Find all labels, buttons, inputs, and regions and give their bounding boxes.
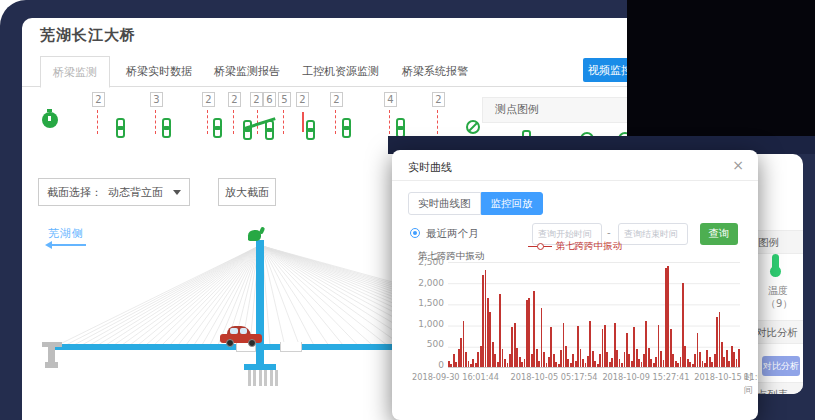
realtime-curve-modal: 实时曲线 × 实时曲线图 监控回放 最近两个月 - 查询 第七跨跨中振动 第七跨… [392,150,758,420]
dashed-marker [97,110,98,134]
link-sensor-icon[interactable] [396,118,405,135]
temperature-label: 温度 [768,284,788,298]
link-sensor-icon[interactable] [265,120,274,137]
chevron-down-icon [173,190,181,195]
tab-system-alarm[interactable]: 桥梁系统报警 [402,56,468,87]
tab-monitor-playback[interactable]: 监控回放 [481,192,543,215]
section-select-label: 截面选择： [39,185,108,200]
temperature-count: （9） [766,297,792,311]
legend-series-label: 第七跨跨中振动 [556,240,623,253]
legend-marker-icon [528,246,552,247]
disabled-sensor-icon[interactable] [466,120,480,134]
tab-realtime-curve[interactable]: 实时曲线图 [408,192,481,215]
link-sensor-icon[interactable] [162,118,171,135]
link-sensor-icon[interactable] [243,120,252,137]
left-abutment [42,342,62,368]
chart-plot-area[interactable] [448,262,740,368]
legend-panel-header: 测点图例 [482,97,630,123]
car-graphic [220,326,262,348]
modal-header: 实时曲线 × [392,150,758,181]
link-sensor-icon[interactable] [116,118,125,135]
section-select[interactable]: 截面选择： 动态背立面 [38,178,190,206]
tower-piles [248,370,278,386]
zoom-section-button[interactable]: 放大截面 [218,178,276,206]
x-axis-ticks: 2018-09-30 16:01:44 2018-10-05 05:17:54 … [412,372,752,384]
x-axis-title: 时间 [744,371,758,397]
app-stage: 芜湖长江大桥 桥梁监测 桥梁实时数据 桥梁监测报告 工控机资源监测 桥梁系统报警… [0,0,815,420]
close-icon[interactable]: × [732,158,744,172]
compare-analysis-button[interactable]: 对比分析 [762,356,800,376]
sensor-count-badge: 2 [432,92,445,107]
tab-realtime-data[interactable]: 桥梁实时数据 [126,56,192,87]
chart-bar [738,349,740,367]
page-title: 芜湖长江大桥 [40,26,136,45]
sensor-count-badge: 4 [384,92,397,107]
thermometer-icon[interactable] [772,254,779,270]
modal-title: 实时曲线 [408,160,452,175]
radio-last-two-months[interactable] [410,228,420,238]
main-tabbar: 桥梁监测 桥梁实时数据 桥梁监测报告 工控机资源监测 桥梁系统报警 视频监控 [22,56,630,87]
sensor-count-badge: 2 [228,92,241,107]
link-sensor-icon[interactable] [213,118,222,135]
dashed-marker [389,110,390,134]
sensor-count-badge: 6 [263,92,276,107]
stopwatch-icon[interactable] [42,112,58,128]
solid-marker [302,112,304,132]
dashed-marker [437,110,438,134]
sensor-count-badge: 2 [296,92,309,107]
sensor-count-badge: 2 [250,92,263,107]
tab-monitor-report[interactable]: 桥梁监测报告 [214,56,280,87]
tab-ipc-resource[interactable]: 工控机资源监测 [302,56,379,87]
link-sensor-icon[interactable] [342,118,351,135]
range-separator: - [607,227,611,238]
sensor-count-badge: 5 [278,92,291,107]
modal-tabs: 实时曲线图 监控回放 [408,192,543,215]
section-select-value: 动态背立面 [108,185,173,200]
link-sensor-icon[interactable] [306,120,315,137]
dashed-marker [283,110,284,134]
dashed-marker [207,110,208,134]
tab-bridge-monitor[interactable]: 桥梁监测 [40,56,110,88]
black-backdrop [627,0,815,149]
sensor-count-badge: 2 [202,92,215,107]
dashed-marker [155,110,156,134]
dashed-marker [233,110,234,134]
sensor-count-badge: 3 [150,92,163,107]
dashed-marker [335,110,336,134]
tower-top-sensor-icon[interactable] [248,230,261,241]
y-axis-ticks: 2,500 2,000 1,500 1,000 500 0 [406,257,444,370]
sensor-count-badge: 2 [92,92,105,107]
bar-series [448,262,740,367]
deck-expansion-joint [280,342,302,352]
sensor-count-badge: 2 [330,92,343,107]
